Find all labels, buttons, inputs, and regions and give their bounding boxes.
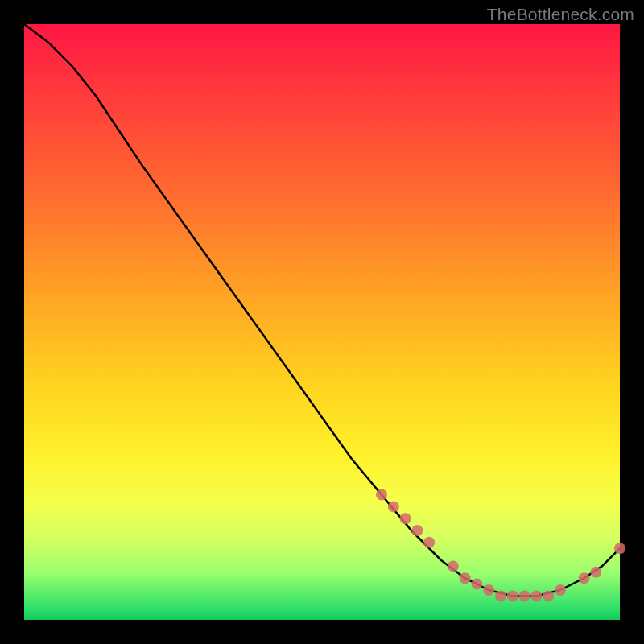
bottleneck-curve (24, 24, 620, 596)
highlight-point (388, 501, 399, 512)
highlight-point (471, 579, 482, 590)
plot-area (24, 24, 620, 620)
chart-frame: TheBottleneck.com (0, 0, 644, 644)
highlight-point (483, 584, 494, 596)
highlight-point (448, 560, 459, 572)
highlight-point (555, 584, 566, 596)
marker-layer (376, 489, 625, 602)
highlight-point (423, 537, 435, 548)
highlight-point (460, 572, 471, 584)
highlight-point (507, 590, 518, 601)
highlight-point (495, 590, 506, 601)
highlight-point (590, 567, 601, 578)
highlight-point (543, 590, 554, 601)
highlight-point (519, 590, 530, 601)
chart-svg (24, 24, 620, 620)
highlight-point (411, 525, 423, 536)
highlight-point (376, 489, 387, 501)
highlight-point (579, 572, 590, 584)
highlight-point (530, 590, 542, 601)
curve-layer (24, 24, 620, 596)
watermark-label: TheBottleneck.com (487, 5, 634, 24)
highlight-point (614, 543, 625, 554)
highlight-point (400, 513, 411, 524)
